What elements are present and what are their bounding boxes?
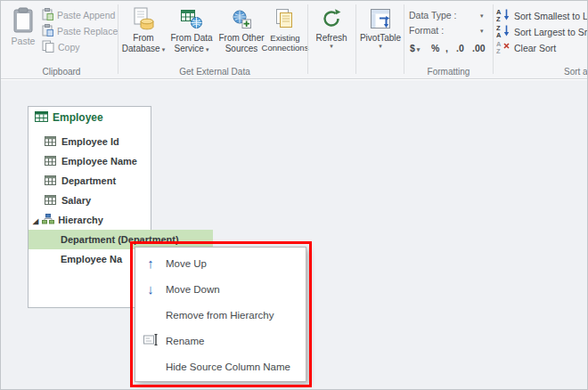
table-icon: [35, 110, 48, 126]
get-external-data-group-label: Get External Data: [121, 67, 308, 77]
from-other-sources-label: From Other Sources: [217, 33, 265, 54]
menu-item-label: Rename: [166, 336, 204, 346]
column-icon: [45, 195, 56, 207]
other-sources-icon: [231, 6, 252, 31]
field-label: Employee Id: [61, 136, 119, 147]
paste-label: Paste: [12, 36, 36, 46]
clear-sort-label: Clear Sort: [514, 43, 556, 53]
dropdown-chevron-icon: [160, 44, 166, 53]
copy-label: Copy: [58, 42, 80, 53]
sort-za-icon: ZA: [496, 24, 510, 39]
ribbon: Paste Paste Append Paste Replace Copy Cl…: [1, 1, 588, 79]
format-label: Format :: [409, 25, 444, 36]
refresh-button[interactable]: Refresh: [311, 6, 352, 63]
copy-icon: [42, 40, 54, 54]
field-row-employee-name[interactable]: Employee Name: [29, 151, 151, 171]
menu-item-move-down[interactable]: Move Down: [135, 276, 306, 302]
data-type-dropdown[interactable]: ▾: [480, 12, 484, 20]
menu-item-move-up[interactable]: Move Up: [135, 250, 306, 276]
menu-item-label: Move Down: [166, 284, 220, 295]
svg-text:A: A: [496, 31, 502, 38]
rename-icon: [143, 334, 159, 347]
from-other-sources-button[interactable]: From Other Sources: [217, 6, 265, 63]
pivottable-button[interactable]: PivotTable: [359, 6, 402, 63]
hierarchy-child-label: Department (Department): [61, 234, 179, 245]
dropdown-chevron-icon: [204, 44, 209, 53]
field-row-employee-id[interactable]: Employee Id: [29, 132, 151, 151]
thousands-label: ,: [445, 43, 448, 53]
data-service-icon: [180, 6, 203, 31]
clear-sort-icon: AZ: [496, 40, 510, 55]
sort-az-icon: AZ: [496, 8, 510, 23]
field-row-department[interactable]: Department: [29, 171, 151, 191]
hierarchy-row[interactable]: Hierarchy: [29, 210, 151, 230]
sort-smallest-label: Sort Smallest to La: [514, 11, 588, 21]
field-row-salary[interactable]: Salary: [29, 191, 151, 210]
paste-append-button[interactable]: Paste Append: [42, 7, 117, 22]
group-separator: [307, 4, 308, 74]
paste-append-label: Paste Append: [57, 10, 115, 20]
sort-largest-label: Sort Largest to Sm: [514, 27, 588, 37]
currency-format-button[interactable]: $: [407, 40, 422, 55]
group-separator: [493, 4, 494, 74]
arrow-down-icon: [147, 281, 154, 297]
paste-append-icon: [42, 8, 53, 22]
paste-replace-label: Paste Replace: [57, 26, 118, 37]
existing-connections-button[interactable]: Existing Connections: [262, 6, 308, 63]
refresh-icon: [321, 6, 342, 31]
hierarchy-child-label: Employee Na: [61, 254, 122, 264]
powerpivot-window: Paste Paste Append Paste Replace Copy Cl…: [0, 0, 588, 390]
existing-connections-label: Existing Connections: [262, 33, 309, 53]
employee-table-card[interactable]: Employee Employee Id Employee Name Depar…: [28, 106, 151, 308]
paste-button[interactable]: Paste: [7, 5, 39, 62]
column-icon: [45, 156, 56, 167]
menu-item-label: Remove from Hierarchy: [166, 310, 274, 321]
increase-decimal-label: .0: [456, 43, 464, 53]
menu-item-label: Hide Source Column Name: [166, 362, 290, 372]
from-database-button[interactable]: From Database: [121, 6, 166, 63]
arrow-up-icon: [147, 256, 154, 271]
decrease-decimal-label: .00: [472, 43, 486, 53]
column-icon: [45, 175, 56, 187]
table-header[interactable]: Employee: [29, 107, 151, 128]
expand-triangle-icon[interactable]: [33, 215, 38, 225]
hierarchy-icon: [42, 214, 54, 226]
svg-text:Z: Z: [496, 15, 501, 22]
sort-smallest-button[interactable]: AZ Sort Smallest to La: [496, 8, 588, 23]
field-label: Employee Name: [61, 156, 137, 167]
sort-group-label: Sort a: [564, 67, 588, 77]
clear-sort-button[interactable]: AZ Clear Sort: [496, 40, 588, 55]
group-separator: [355, 4, 356, 74]
group-separator: [118, 4, 118, 74]
diagram-area: Employee Employee Id Employee Name Depar…: [1, 80, 588, 390]
pivottable-icon: [370, 6, 391, 31]
clipboard-group-label: Clipboard: [8, 67, 115, 77]
increase-decimal-button[interactable]: .0: [453, 40, 467, 55]
menu-item-hide-source-column-name[interactable]: Hide Source Column Name: [135, 353, 306, 379]
dropdown-chevron-icon: [415, 43, 421, 53]
formatting-group-label: Formatting: [406, 67, 491, 77]
paste-replace-button[interactable]: Paste Replace: [42, 23, 117, 38]
database-icon: [133, 6, 154, 31]
from-data-service-button[interactable]: From Data Service: [167, 6, 216, 63]
group-separator: [404, 4, 404, 74]
copy-button[interactable]: Copy: [42, 39, 117, 54]
from-database-label: From Database: [122, 33, 160, 53]
data-type-label: Data Type :: [409, 10, 457, 20]
menu-item-remove-from-hierarchy[interactable]: Remove from Hierarchy: [135, 302, 306, 328]
field-label: Salary: [61, 195, 91, 206]
decrease-decimal-button[interactable]: .00: [470, 40, 488, 55]
menu-item-label: Move Up: [166, 258, 207, 269]
connections-icon: [275, 6, 295, 31]
dropdown-chevron-icon: [379, 44, 382, 49]
thousands-format-button[interactable]: ,: [443, 40, 451, 55]
paste-icon: [12, 5, 34, 36]
hierarchy-child[interactable]: Employee Na: [29, 249, 151, 269]
sort-largest-button[interactable]: ZA Sort Largest to Sm: [496, 24, 588, 39]
format-dropdown[interactable]: ▾: [480, 28, 484, 35]
percent-format-button[interactable]: %: [429, 40, 442, 55]
hierarchy-label: Hierarchy: [58, 215, 103, 225]
dropdown-chevron-icon: [330, 44, 333, 49]
menu-item-rename[interactable]: Rename: [135, 328, 306, 353]
table-title: Employee: [53, 111, 103, 124]
